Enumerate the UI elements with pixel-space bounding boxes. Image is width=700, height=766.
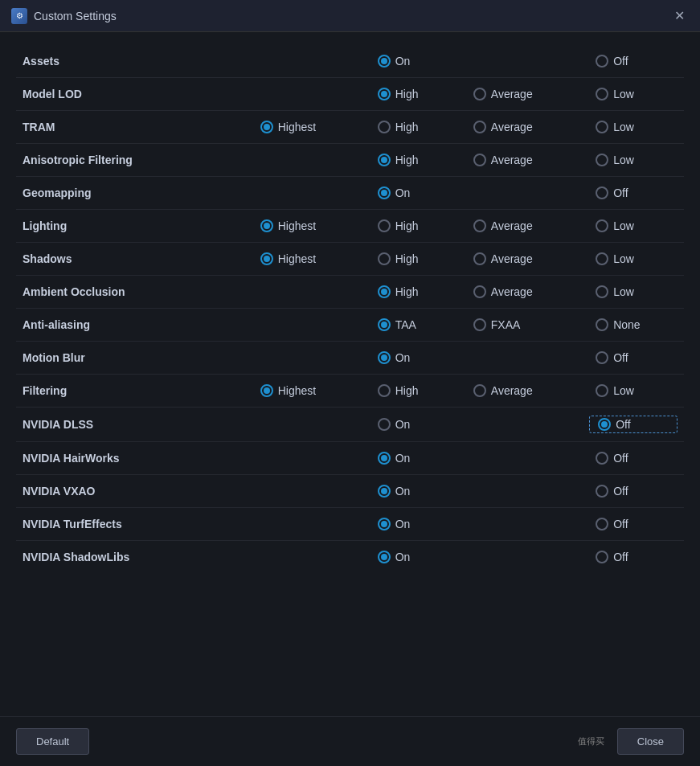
setting-col2-6[interactable]: Highest [248,243,365,276]
setting-col4-5[interactable]: Average [461,210,583,243]
radio-option-13-0[interactable]: On [371,483,454,499]
radio-option-7-0[interactable]: High [371,284,454,300]
radio-option-8-1[interactable]: FXAA [467,317,576,333]
setting-col2-13[interactable] [248,475,365,508]
setting-col2-0[interactable] [248,45,365,78]
radio-option-10-1[interactable]: High [371,383,454,399]
setting-col2-4[interactable] [248,177,365,210]
radio-option-15-1[interactable]: Off [589,549,677,565]
setting-col4-9[interactable] [461,342,583,375]
radio-option-13-1[interactable]: Off [589,483,677,499]
radio-option-10-0[interactable]: Highest [254,383,358,399]
radio-option-2-2[interactable]: Average [467,119,576,135]
setting-col5-4[interactable]: Off [583,177,684,210]
radio-option-6-3[interactable]: Low [589,251,677,267]
radio-option-3-0[interactable]: High [371,152,454,168]
setting-col2-5[interactable]: Highest [248,210,365,243]
setting-col2-3[interactable] [248,144,365,177]
setting-col4-3[interactable]: Average [461,144,583,177]
setting-col2-10[interactable]: Highest [248,375,365,408]
radio-option-0-1[interactable]: Off [589,53,677,69]
radio-option-1-1[interactable]: Average [467,86,576,102]
radio-option-1-2[interactable]: Low [589,86,677,102]
radio-option-7-2[interactable]: Low [589,284,677,300]
radio-option-3-2[interactable]: Low [589,152,677,168]
setting-col3-4[interactable]: On [365,177,461,210]
setting-col5-7[interactable]: Low [583,276,684,309]
radio-option-4-0[interactable]: On [371,185,454,201]
radio-option-15-0[interactable]: On [371,549,454,565]
radio-option-5-0[interactable]: Highest [254,218,358,234]
setting-col3-7[interactable]: High [365,276,461,309]
setting-col4-15[interactable] [461,541,583,574]
radio-option-12-1[interactable]: Off [589,450,677,466]
radio-option-8-2[interactable]: None [589,317,677,333]
setting-col4-7[interactable]: Average [461,276,583,309]
setting-col2-15[interactable] [248,541,365,574]
setting-col4-14[interactable] [461,508,583,541]
setting-col4-0[interactable] [461,45,583,78]
window-close-button[interactable]: ✕ [669,6,689,26]
setting-col5-5[interactable]: Low [583,210,684,243]
radio-option-11-0[interactable]: On [371,416,454,432]
default-button[interactable]: Default [16,728,89,755]
setting-col3-6[interactable]: High [365,243,461,276]
setting-col5-10[interactable]: Low [583,375,684,408]
setting-col5-14[interactable]: Off [583,508,684,541]
radio-option-1-0[interactable]: High [371,86,454,102]
radio-option-14-1[interactable]: Off [589,516,677,532]
radio-option-3-1[interactable]: Average [467,152,576,168]
setting-col2-11[interactable] [248,408,365,442]
setting-col2-8[interactable] [248,309,365,342]
radio-option-0-0[interactable]: On [371,53,454,69]
setting-col3-0[interactable]: On [365,45,461,78]
setting-col4-4[interactable] [461,177,583,210]
radio-option-2-1[interactable]: High [371,119,454,135]
setting-col3-1[interactable]: High [365,78,461,111]
setting-col2-9[interactable] [248,342,365,375]
close-button[interactable]: Close [617,728,684,755]
setting-col5-12[interactable]: Off [583,442,684,475]
setting-col3-3[interactable]: High [365,144,461,177]
setting-col3-11[interactable]: On [365,408,461,442]
setting-col5-11[interactable]: Off [583,408,684,442]
radio-option-6-1[interactable]: High [371,251,454,267]
setting-col2-14[interactable] [248,508,365,541]
radio-option-2-0[interactable]: Highest [254,119,358,135]
radio-option-14-0[interactable]: On [371,516,454,532]
setting-col3-12[interactable]: On [365,442,461,475]
setting-col4-13[interactable] [461,475,583,508]
setting-col5-1[interactable]: Low [583,78,684,111]
radio-option-11-1[interactable]: Off [589,416,677,433]
radio-option-9-0[interactable]: On [371,350,454,366]
radio-option-6-0[interactable]: Highest [254,251,358,267]
setting-col3-9[interactable]: On [365,342,461,375]
setting-col5-8[interactable]: None [583,309,684,342]
radio-option-10-3[interactable]: Low [589,383,677,399]
setting-col5-2[interactable]: Low [583,111,684,144]
radio-option-5-2[interactable]: Average [467,218,576,234]
setting-col5-15[interactable]: Off [583,541,684,574]
setting-col3-14[interactable]: On [365,508,461,541]
setting-col3-5[interactable]: High [365,210,461,243]
setting-col4-12[interactable] [461,442,583,475]
setting-col4-11[interactable] [461,408,583,442]
radio-option-5-1[interactable]: High [371,218,454,234]
radio-option-6-2[interactable]: Average [467,251,576,267]
setting-col3-10[interactable]: High [365,375,461,408]
setting-col2-1[interactable] [248,78,365,111]
setting-col5-3[interactable]: Low [583,144,684,177]
radio-option-9-1[interactable]: Off [589,350,677,366]
setting-col2-12[interactable] [248,442,365,475]
radio-option-4-1[interactable]: Off [589,185,677,201]
setting-col4-10[interactable]: Average [461,375,583,408]
setting-col3-2[interactable]: High [365,111,461,144]
setting-col5-13[interactable]: Off [583,475,684,508]
setting-col4-8[interactable]: FXAA [461,309,583,342]
radio-option-12-0[interactable]: On [371,450,454,466]
setting-col3-13[interactable]: On [365,475,461,508]
setting-col2-7[interactable] [248,276,365,309]
setting-col5-6[interactable]: Low [583,243,684,276]
setting-col3-15[interactable]: On [365,541,461,574]
setting-col4-2[interactable]: Average [461,111,583,144]
